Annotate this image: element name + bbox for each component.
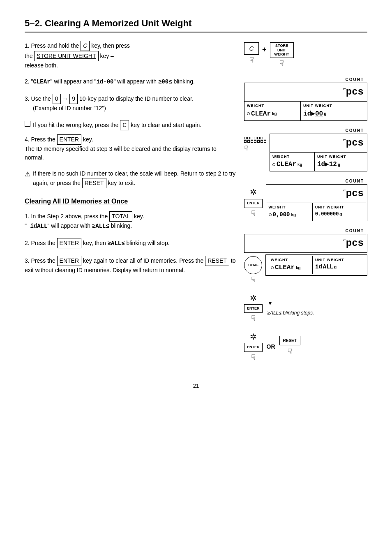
key-total-sub1: TOTAL [109,211,132,222]
key-reset-warning: RESET [82,178,106,188]
diagram-keypad: COUNT [244,127,367,172]
key-c-diagram: C [244,42,259,55]
diagram-step4: COUNT ✲ ENTER ☟ ⌐pcs WEIGHT [244,178,367,221]
page-number: 21 [25,382,367,390]
page-title: 5–2. Clearing A Memorized Unit Weight [25,16,367,32]
key-enter-step4: ENTER [57,134,81,145]
step-4: 4. Press the ENTER key. The ID memory sp… [25,134,236,162]
diagram-sub1: COUNT ⌐pcs TOTAL ☟ WEIGHT [244,228,367,285]
checkbox-wrong-key: If you hit the wrong key, press the C ke… [25,120,236,130]
weight-unit-1: kg [272,111,277,117]
count-label-3: COUNT [244,178,364,184]
unit-weight-digits-2: id▶12 [317,160,337,169]
keypad-icon: ☟ [244,137,266,153]
sub-step-1: 1. In the Step 2 above, press the TOTAL … [25,211,236,231]
key-9: 9 [69,94,78,104]
weight-circle-2 [272,163,275,166]
unit-weight-label-4: UNIT WEIGHT [315,257,362,263]
key-enter-sub3: ENTER [57,256,81,266]
key-enter-sub2: ENTER [57,238,81,248]
diagram-lcd-1: COUNT ⌐pcs WEIGHT CLEAr kg UNI [244,76,367,121]
unit-weight-unit-1: g [324,111,326,117]
hand-press-store: ☟ [279,58,284,69]
hand-press-c: ☟ [249,55,254,66]
weight-label-4: WEIGHT [271,257,310,263]
count-label-2: COUNT [244,127,364,134]
weight-label-1: WEIGHT [247,103,298,109]
step-2: 2. "CLEAr" will appear and "id-00" will … [25,77,236,86]
diagram-sub3: ✲ ENTER ☟ OR RESET ☟ [244,331,367,363]
key-reset-sub3: RESET [205,256,229,266]
plus-symbol: + [262,44,267,55]
count-digits-1: ⌐pcs [244,83,367,101]
or-text: OR [267,342,275,351]
reset-key-sub3-diagram: RESET ☟ [279,336,300,357]
enter-key-sub3-diagram: ✲ ENTER ☟ [244,331,263,363]
key-c-checkbox: C [120,120,129,130]
count-label-1: COUNT [244,76,364,83]
key-store-diagram: STOREUNITWEIGHT [270,42,294,58]
enter-key-diagram: ✲ ENTER ☟ [244,186,263,219]
checkbox-icon [25,121,30,127]
sub-step-2: 2. Press the ENTER key, then ≥ALL≤ blink… [25,238,236,248]
sub-step-3: 3. Press the ENTER key again to clear al… [25,256,236,275]
enter-key-sub2: ✲ ENTER ☟ [244,292,263,324]
step-1-num: 1. Press and hold the [25,42,81,49]
weight-digits-1: CLEAr [251,109,271,119]
weight-label-2: WEIGHT [272,154,312,160]
key-c-inline: C [81,41,90,51]
key-store-unit-weight-inline: STORE UNIT WEIGHT [34,51,98,61]
subsection-title: Clearing All ID Memories at Once [25,197,236,206]
unit-weight-digits-1: id▶00 [303,109,323,119]
warning-triangle-icon: ⚠ [25,169,30,179]
total-key-diagram: TOTAL ☟ [244,256,262,285]
weight-digits-2: CLEAr [277,160,296,169]
step-3: 3. Use the 0 → 9 10-key pad to display t… [25,94,236,113]
weight-circle-1 [247,112,250,115]
blinking-stops-note: ≥ALL≤ blinking stops. [267,309,314,317]
unit-weight-label-3: UNIT WEIGHT [315,205,364,210]
unit-weight-label-2: UNIT WEIGHT [317,154,364,160]
count-label-4: COUNT [244,228,364,234]
diagram-sub2: ✲ ENTER ☟ ▼ ≥ALL≤ blinking stops. [244,292,367,324]
weight-label-3: WEIGHT [269,205,310,210]
arrow-down-sub2: ▼ [267,299,273,308]
warning-no-id: ⚠ If there is no such ID number to clear… [25,169,236,188]
unit-weight-label-1: UNIT WEIGHT [303,103,364,109]
diagram-step1-keys: C ☟ + STOREUNITWEIGHT ☟ [244,41,367,70]
key-0: 0 [53,94,61,104]
step-1: 1. Press and hold the C key, then presst… [25,41,236,70]
